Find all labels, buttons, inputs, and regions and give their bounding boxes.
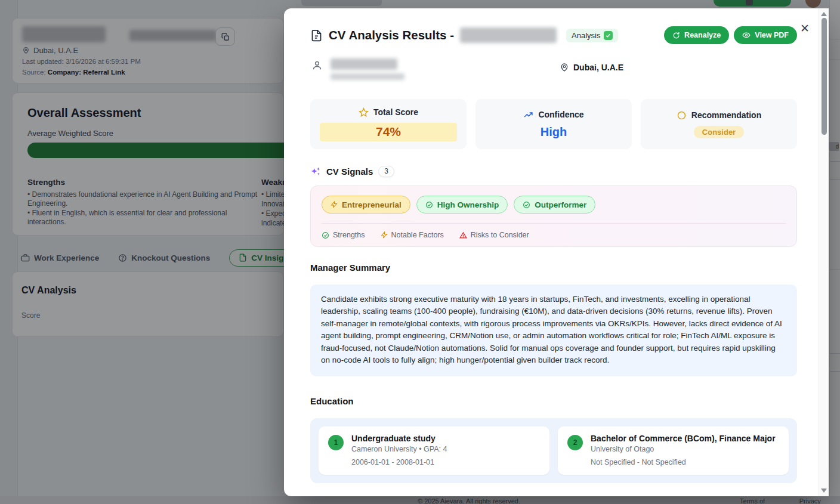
candidate-location: Dubai, U.A.E <box>573 63 623 72</box>
education-number-badge: 2 <box>567 435 583 450</box>
stat-cards: Total Score 74% Confidence High <box>310 99 797 149</box>
analysis-status-badge: Analysis <box>566 29 618 42</box>
check-square-icon <box>604 31 613 40</box>
eye-icon <box>742 31 751 39</box>
cv-signals-header: CV Signals 3 <box>310 166 797 177</box>
total-score-card: Total Score 74% <box>310 99 467 149</box>
legend-notable-factors[interactable]: Notable Factors <box>381 231 444 239</box>
signal-label: Entrepreneurial <box>342 200 402 209</box>
stat-label: Confidence <box>538 110 583 119</box>
legend-label: Risks to Consider <box>471 231 529 239</box>
trending-up-icon <box>523 110 533 120</box>
cv-signals-count-badge: 3 <box>378 166 394 177</box>
check-circle-icon <box>322 231 329 239</box>
circle-icon <box>677 110 687 120</box>
reanalyze-button[interactable]: Reanalyze <box>664 26 729 44</box>
scrollbar-thumb[interactable] <box>822 18 827 135</box>
sparkles-icon <box>310 166 321 177</box>
stat-label: Recommendation <box>691 110 761 120</box>
star-icon <box>359 107 369 118</box>
divider <box>322 223 786 224</box>
signal-label: High Ownership <box>437 200 499 209</box>
screen: Dubai, U.A.E Last updated: 3/16/2026 at … <box>0 0 840 504</box>
confidence-value: High <box>541 125 567 139</box>
modal-scrollbar[interactable] <box>819 8 829 496</box>
education-degree: Undergraduate study <box>351 434 447 443</box>
view-pdf-label: View PDF <box>755 31 789 39</box>
signal-badge-high-ownership[interactable]: High Ownership <box>416 196 508 214</box>
manager-summary-text: Candidate exhibits strong executive matu… <box>310 285 797 376</box>
modal-title: CV Analysis Results - <box>329 28 454 42</box>
legend-label: Strengths <box>333 231 365 239</box>
warning-triangle-icon <box>459 231 467 239</box>
education-school: Cameron University • GPA: 4 <box>351 445 447 453</box>
close-icon[interactable]: ✕ <box>800 23 810 34</box>
legend-label: Notable Factors <box>391 231 444 239</box>
total-score-value: 74% <box>320 123 457 141</box>
modal-header: CV Analysis Results - Analysis R <box>310 26 797 44</box>
legend-risks[interactable]: Risks to Consider <box>459 231 529 239</box>
recommendation-value: Consider <box>694 126 744 138</box>
bolt-icon <box>381 231 388 239</box>
cv-analysis-modal: ✕ CV Analysis Results - Analysis <box>284 8 829 496</box>
scroll-up-arrow-icon[interactable] <box>821 12 827 16</box>
check-circle-icon <box>425 201 433 209</box>
signal-badge-entrepreneurial[interactable]: Entrepreneurial <box>322 196 410 214</box>
education-school: University of Otago <box>591 445 776 453</box>
check-circle-icon <box>523 201 530 209</box>
redacted-candidate-name <box>460 27 557 43</box>
education-item: 2 Bachelor of Commerce (BCom), Finance M… <box>558 426 789 475</box>
education-item: 1 Undergraduate study Cameron University… <box>319 426 549 475</box>
signal-label: Outperformer <box>535 200 586 209</box>
cv-signals-card: Entrepreneurial High Ownership Outperfor… <box>310 185 797 247</box>
redacted-candidate-name <box>331 58 397 70</box>
status-badge-label: Analysis <box>572 31 600 40</box>
view-pdf-button[interactable]: View PDF <box>734 26 797 44</box>
stat-label: Total Score <box>373 107 418 117</box>
location-pin-icon <box>560 63 569 72</box>
signal-badge-outperformer[interactable]: Outperformer <box>514 196 595 214</box>
education-degree: Bachelor of Commerce (BCom), Finance Maj… <box>591 434 776 443</box>
reanalyze-label: Reanalyze <box>684 31 721 39</box>
confidence-card: Confidence High <box>475 99 632 149</box>
education-title: Education <box>310 396 797 406</box>
recommendation-card: Recommendation Consider <box>641 99 797 149</box>
education-list: 1 Undergraduate study Cameron University… <box>310 418 797 483</box>
education-dates: Not Specified - Not Specified <box>591 458 776 466</box>
cv-signals-title: CV Signals <box>326 166 373 177</box>
candidate-row: Dubai, U.A.E <box>310 58 797 85</box>
redacted-candidate-subtitle <box>331 73 404 80</box>
education-number-badge: 1 <box>328 435 344 450</box>
education-dates: 2006-01-01 - 2008-01-01 <box>351 458 447 466</box>
scroll-down-arrow-icon[interactable] <box>821 488 827 493</box>
legend-strengths[interactable]: Strengths <box>322 231 365 239</box>
document-icon <box>310 29 323 42</box>
refresh-icon <box>672 32 680 39</box>
manager-summary-title: Manager Summary <box>310 262 797 273</box>
bolt-icon <box>331 201 338 208</box>
person-icon <box>311 60 323 71</box>
